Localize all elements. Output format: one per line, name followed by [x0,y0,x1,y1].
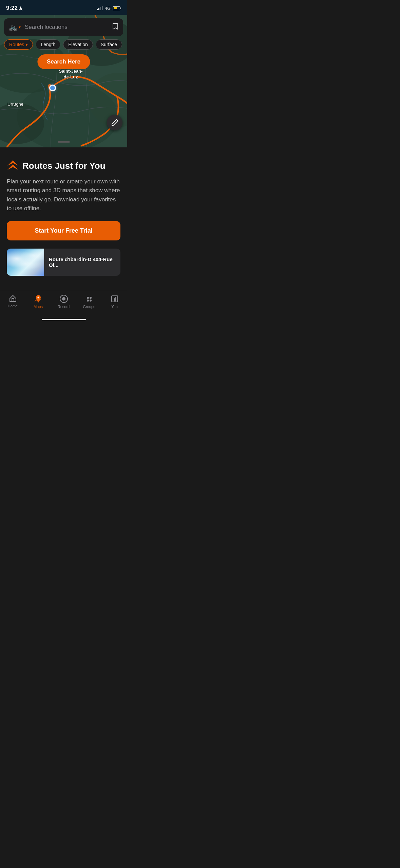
pencil-icon [111,119,118,126]
search-here-label: Search Here [47,58,80,65]
map-area[interactable]: 🚲 ▾ Search locations Routes ▾ Length Ele… [0,15,127,147]
filter-routes[interactable]: Routes ▾ [4,39,33,50]
location-label: Saint-Jean-de-Luz [59,69,82,80]
search-bar[interactable]: 🚲 ▾ Search locations [4,18,123,36]
status-right: 4G [97,6,121,11]
status-bar: 9:22 4G [0,0,127,15]
routes-section: Routes Just for You Plan your next route… [7,147,120,284]
nav-item-maps[interactable]: Maps [28,294,49,309]
routes-title: Routes Just for You [22,161,106,171]
nav-item-groups[interactable]: Groups [79,294,99,309]
you-icon [110,294,119,303]
svg-point-13 [87,300,89,302]
surface-label: Surface [101,42,117,47]
routes-label: Routes [9,42,24,47]
record-nav-label: Record [58,305,70,309]
bottom-panel: Routes Just for You Plan your next route… [0,147,127,291]
groups-nav-label: Groups [83,305,95,309]
route-name: Route d'Ibardin-D 404-Rue Ol... [49,256,116,268]
status-time: 9:22 [6,5,22,12]
bike-icon: 🚲 [9,23,17,31]
maps-nav-label: Maps [34,305,43,309]
routes-title-row: Routes Just for You [7,160,120,172]
home-indicator-bar [42,319,86,320]
nearby-location-label: Urrugne [7,102,23,107]
route-card[interactable]: Route d'Ibardin-D 404-Rue Ol... [7,249,120,276]
location-arrow-icon [19,6,22,11]
nav-item-record[interactable]: Record [54,294,74,309]
routes-chevron-icon: ▾ [25,42,28,47]
filter-length[interactable]: Length [36,39,60,50]
bookmark-icon[interactable] [112,23,118,32]
nav-item-home[interactable]: Home [3,294,23,308]
search-placeholder: Search locations [25,24,112,31]
route-thumbnail [7,249,44,276]
home-icon [9,294,17,303]
location-name: Saint-Jean-de-Luz [59,69,82,79]
time-display: 9:22 [6,5,18,12]
maps-icon [34,294,43,303]
signal-icon [97,6,103,10]
home-nav-label: Home [8,304,18,308]
you-nav-label: You [111,305,118,309]
svg-point-10 [62,297,65,301]
drag-handle [58,141,70,143]
record-icon [59,294,68,303]
route-info: Route d'Ibardin-D 404-Rue Ol... [44,256,120,268]
groups-icon [85,294,94,303]
nav-item-you[interactable]: You [104,294,125,309]
thumbnail-clouds [7,249,44,276]
bottom-nav: Home Maps Record [0,291,127,319]
svg-point-14 [90,300,92,302]
home-indicator [0,319,127,322]
transport-mode-selector[interactable]: 🚲 ▾ [9,23,21,31]
battery-icon [113,6,121,10]
edit-button[interactable] [107,115,122,130]
svg-point-8 [37,297,39,299]
chevron-double-icon [7,160,19,172]
filter-chips: Routes ▾ Length Elevation Surface [4,39,122,50]
network-label: 4G [105,6,111,11]
routes-description: Plan your next route or create your own … [7,177,120,213]
trial-button-label: Start Your Free Trial [35,227,92,234]
search-here-button[interactable]: Search Here [37,54,90,69]
urrugne-name: Urrugne [7,102,23,107]
svg-point-12 [90,297,92,299]
svg-point-11 [87,297,89,299]
filter-elevation[interactable]: Elevation [63,39,93,50]
length-label: Length [41,42,55,47]
trial-button[interactable]: Start Your Free Trial [7,221,120,240]
chevron-down-icon: ▾ [19,25,21,30]
svg-marker-7 [7,164,18,170]
filter-surface[interactable]: Surface [96,39,122,50]
user-location-dot [49,85,56,91]
elevation-label: Elevation [68,42,88,47]
